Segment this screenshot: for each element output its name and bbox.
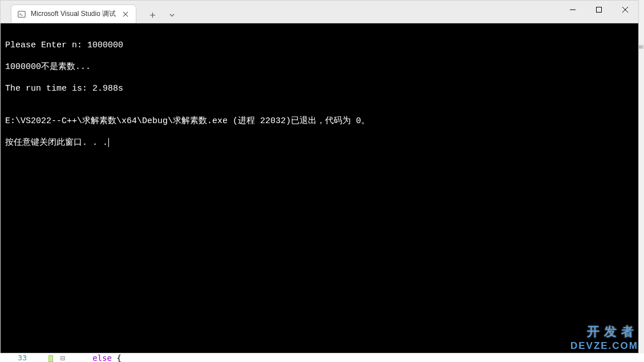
code-brace: { bbox=[112, 353, 121, 363]
console-line: Please Enter n: 1000000 bbox=[5, 40, 634, 51]
close-tab-button[interactable] bbox=[121, 10, 130, 19]
terminal-icon bbox=[17, 10, 26, 19]
svg-rect-0 bbox=[18, 11, 25, 17]
close-window-button[interactable] bbox=[612, 1, 638, 19]
text-cursor bbox=[108, 138, 109, 147]
breakpoint-marker bbox=[48, 355, 53, 362]
svg-rect-3 bbox=[597, 7, 602, 13]
new-tab-button[interactable] bbox=[144, 7, 160, 23]
else-keyword: else bbox=[92, 353, 112, 363]
console-window: Microsoft Visual Studio 调试 bbox=[0, 0, 639, 353]
titlebar: Microsoft Visual Studio 调试 bbox=[1, 1, 638, 23]
console-output[interactable]: Please Enter n: 1000000 1000000不是素数... T… bbox=[1, 23, 638, 353]
tab-title: Microsoft Visual Studio 调试 bbox=[31, 9, 116, 19]
line-number: 33 bbox=[0, 353, 48, 362]
minimize-button[interactable] bbox=[560, 1, 586, 19]
background-editor-line: 33 ⊟ else { bbox=[0, 353, 644, 362]
tab-strip: Microsoft Visual Studio 调试 bbox=[1, 1, 180, 23]
sliver-text: th bbox=[639, 44, 643, 49]
right-background-sliver: th bbox=[639, 44, 644, 49]
console-line: The run time is: 2.988s bbox=[5, 83, 634, 94]
console-line: 按任意键关闭此窗口. . . bbox=[5, 138, 108, 148]
code-fragment: ⊟ else { bbox=[48, 353, 121, 363]
tab-active[interactable]: Microsoft Visual Studio 调试 bbox=[11, 5, 136, 23]
console-line: E:\VS2022--C++\求解素数\x64\Debug\求解素数.exe (… bbox=[5, 116, 634, 127]
tabs-dropdown-button[interactable] bbox=[164, 7, 180, 23]
maximize-button[interactable] bbox=[586, 1, 612, 19]
window-controls bbox=[560, 1, 638, 23]
fold-indicator: ⊟ bbox=[60, 353, 64, 363]
tab-actions bbox=[136, 7, 180, 23]
console-line: 1000000不是素数... bbox=[5, 62, 634, 72]
